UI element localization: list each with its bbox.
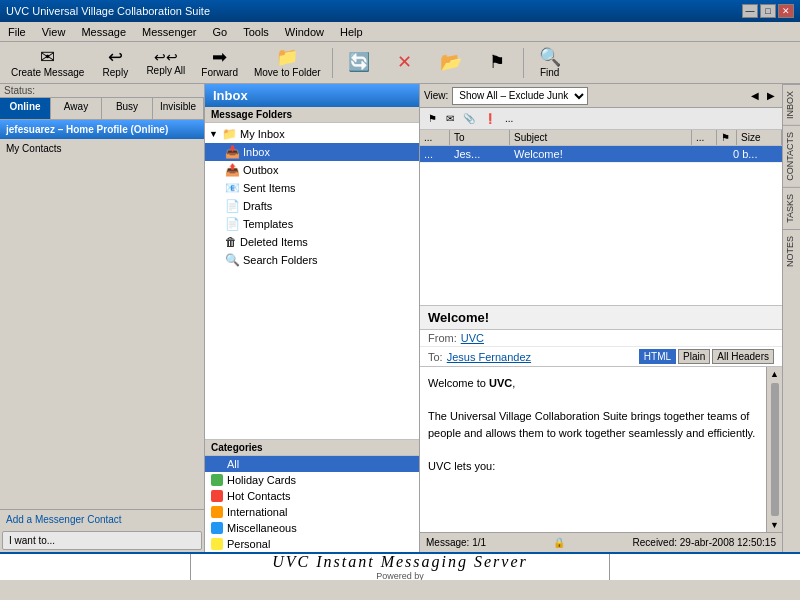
scroll-down[interactable]: ▼ [768, 518, 781, 532]
folder-templates[interactable]: 📄 Templates [205, 215, 419, 233]
message-count: Message: 1/1 [426, 537, 486, 548]
sidebar-tab-notes[interactable]: NOTES [783, 229, 800, 273]
reply-all-button[interactable]: ↩↩ Reply All [139, 47, 192, 79]
email-read-btn[interactable]: ✉ [442, 111, 458, 126]
folder-outbox-icon: 📤 [225, 163, 240, 177]
reply-all-label: Reply All [146, 65, 185, 76]
format-plain-btn[interactable]: Plain [678, 349, 710, 364]
category-hot-contacts[interactable]: Hot Contacts [205, 488, 419, 504]
format-html-btn[interactable]: HTML [639, 349, 676, 364]
menu-tools[interactable]: Tools [239, 25, 273, 39]
email-scrollbar[interactable]: ▲ ▼ [766, 367, 782, 532]
folder-drafts[interactable]: 📄 Drafts [205, 197, 419, 215]
email-flag-btn[interactable]: ⚑ [424, 111, 441, 126]
format-all-headers-btn[interactable]: All Headers [712, 349, 774, 364]
forward-icon: ➡ [212, 48, 227, 66]
body-container: Welcome to UVC, The Universal Village Co… [420, 367, 782, 532]
scroll-up[interactable]: ▲ [768, 367, 781, 381]
col-size[interactable]: Size [737, 130, 782, 145]
email-subject-col: Welcome! [514, 148, 688, 160]
category-misc-label: Miscellaneous [227, 522, 297, 534]
nav-right[interactable]: ▶ [764, 89, 778, 102]
separator-1 [332, 48, 333, 78]
to-link[interactable]: Jesus Fernandez [447, 351, 531, 363]
create-message-label: Create Message [11, 67, 84, 78]
sidebar-tab-inbox[interactable]: INBOX [783, 84, 800, 125]
category-all[interactable]: All [205, 456, 419, 472]
delete-button[interactable]: ✕ [383, 50, 427, 75]
category-intl-label: International [227, 506, 288, 518]
email-more-btn[interactable]: ... [501, 111, 517, 126]
menu-message[interactable]: Message [77, 25, 130, 39]
sync-button[interactable]: 🔄 [337, 50, 381, 75]
sync-icon: 🔄 [348, 53, 370, 71]
main-layout: Status: Online Away Busy Invisible jefes… [0, 84, 800, 552]
close-button[interactable]: ✕ [778, 4, 794, 18]
expand-icon: ▼ [209, 129, 219, 139]
folder-sent-items[interactable]: 📧 Sent Items [205, 179, 419, 197]
folder-deleted-label: Deleted Items [240, 236, 308, 248]
view-dropdown[interactable]: Show All – Exclude Junk [452, 87, 588, 105]
my-contacts: My Contacts [0, 139, 204, 328]
email-toolbar: ⚑ ✉ 📎 ❗ ... [420, 108, 782, 130]
menu-messenger[interactable]: Messenger [138, 25, 200, 39]
category-international[interactable]: International [205, 504, 419, 520]
folder-button[interactable]: 📂 [429, 50, 473, 75]
reply-icon: ↩ [108, 48, 123, 66]
minimize-button[interactable]: — [742, 4, 758, 18]
folder-search-folders[interactable]: 🔍 Search Folders [205, 251, 419, 269]
nav-left[interactable]: ◀ [748, 89, 762, 102]
email-priority-btn[interactable]: ❗ [480, 111, 500, 126]
menu-help[interactable]: Help [336, 25, 367, 39]
sidebar-tab-contacts[interactable]: CONTACTS [783, 125, 800, 187]
folder-sent-icon: 📧 [225, 181, 240, 195]
maximize-button[interactable]: □ [760, 4, 776, 18]
col-more[interactable]: ... [692, 130, 717, 145]
menu-go[interactable]: Go [208, 25, 231, 39]
menu-window[interactable]: Window [281, 25, 328, 39]
flag-button[interactable]: ⚑ [475, 50, 519, 75]
forward-button[interactable]: ➡ Forward [194, 45, 245, 81]
sidebar-tab-tasks[interactable]: TASKS [783, 187, 800, 229]
email-row[interactable]: ... Jes... Welcome! 0 b... [420, 146, 782, 163]
col-subject[interactable]: Subject [510, 130, 692, 145]
reply-button[interactable]: ↩ Reply [93, 45, 137, 81]
category-holiday-cards[interactable]: Holiday Cards [205, 472, 419, 488]
tab-away[interactable]: Away [51, 98, 102, 119]
category-personal[interactable]: Personal [205, 536, 419, 552]
tab-online[interactable]: Online [0, 98, 51, 119]
email-attach-btn[interactable]: 📎 [459, 111, 479, 126]
create-message-icon: ✉ [40, 48, 55, 66]
menu-file[interactable]: File [4, 25, 30, 39]
move-to-folder-button[interactable]: 📁 Move to Folder [247, 45, 328, 81]
i-want-to-button[interactable]: I want to... [2, 531, 202, 550]
category-all-icon [211, 458, 223, 470]
powered-by: Powered by [211, 571, 589, 580]
folder-deleted-items[interactable]: 🗑 Deleted Items [205, 233, 419, 251]
create-message-button[interactable]: ✉ Create Message [4, 45, 91, 81]
from-link[interactable]: UVC [461, 332, 484, 344]
nav-arrows: ◀ ▶ [748, 89, 778, 102]
category-intl-icon [211, 506, 223, 518]
col-flag[interactable]: ⚑ [717, 130, 737, 145]
folder-outbox[interactable]: 📤 Outbox [205, 161, 419, 179]
user-profile: jefesuarez – Home Profile (Online) [0, 120, 204, 139]
to-label: To: [428, 351, 443, 363]
folder-inbox-icon: 📥 [225, 145, 240, 159]
find-button[interactable]: 🔍 Find [528, 45, 572, 81]
email-to-header: To: Jesus Fernandez HTML Plain All Heade… [420, 347, 782, 367]
add-contact[interactable]: Add a Messenger Contact [0, 509, 204, 529]
col-to[interactable]: To [450, 130, 510, 145]
category-miscellaneous[interactable]: Miscellaneous [205, 520, 419, 536]
tab-busy[interactable]: Busy [102, 98, 153, 119]
tab-invisible[interactable]: Invisible [153, 98, 204, 119]
folder-my-inbox[interactable]: ▼ 📁 My Inbox [205, 125, 419, 143]
categories-header: Categories [205, 439, 419, 456]
inbox-title: Inbox [205, 84, 419, 107]
col-icons[interactable]: ... [420, 130, 450, 145]
menu-view[interactable]: View [38, 25, 70, 39]
folder-inbox[interactable]: 📥 Inbox [205, 143, 419, 161]
email-preview: Welcome! From: UVC To: Jesus Fernandez H… [420, 306, 782, 532]
find-label: Find [540, 67, 559, 78]
category-personal-label: Personal [227, 538, 270, 550]
